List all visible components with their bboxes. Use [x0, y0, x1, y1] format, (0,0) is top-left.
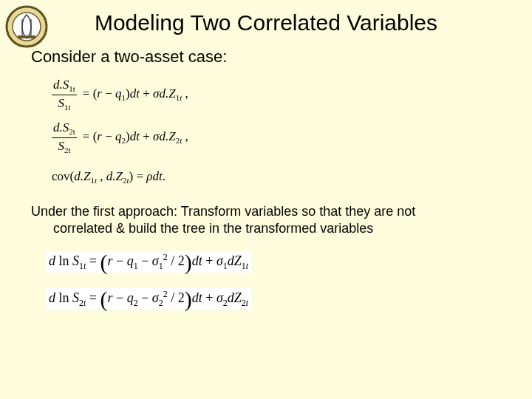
- slide-title: Modeling Two Correlated Variables: [0, 10, 532, 35]
- approach-text: Under the first approach: Transform vari…: [31, 203, 501, 236]
- svg-rect-2: [18, 35, 35, 38]
- equation-3-covariance: cov(d.Z1t , d.Z2t) = ρdt.: [52, 168, 166, 186]
- approach-line-1: Under the first approach: Transform vari…: [31, 204, 415, 219]
- eq2-rhs: = (r − q2)dt + σd.Z2t ,: [83, 129, 188, 146]
- eq2-denominator: S2t: [52, 138, 77, 156]
- subtitle-text: Consider a two-asset case:: [31, 47, 227, 66]
- eq2-numerator: d.S2t: [52, 120, 77, 138]
- equation-5-log-s2: d ln S2t = (r − q2 − σ22 / 2)dt + σ2dZ2t: [46, 288, 251, 310]
- equation-4-log-s1: d ln S1t = (r − q1 − σ12 / 2)dt + σ1dZ1t: [46, 251, 251, 273]
- slide: Modeling Two Correlated Variables Consid…: [0, 0, 532, 399]
- eq1-rhs: = (r − q1)dt + σd.Z1t ,: [83, 86, 188, 103]
- eq1-numerator: d.S1t: [52, 77, 77, 95]
- equation-1: d.S1t S1t = (r − q1)dt + σd.Z1t ,: [52, 77, 188, 112]
- eq1-denominator: S1t: [52, 95, 77, 113]
- approach-line-2: correlated & build the tree in the trans…: [53, 220, 501, 237]
- equation-2: d.S2t S2t = (r − q2)dt + σd.Z2t ,: [52, 120, 188, 155]
